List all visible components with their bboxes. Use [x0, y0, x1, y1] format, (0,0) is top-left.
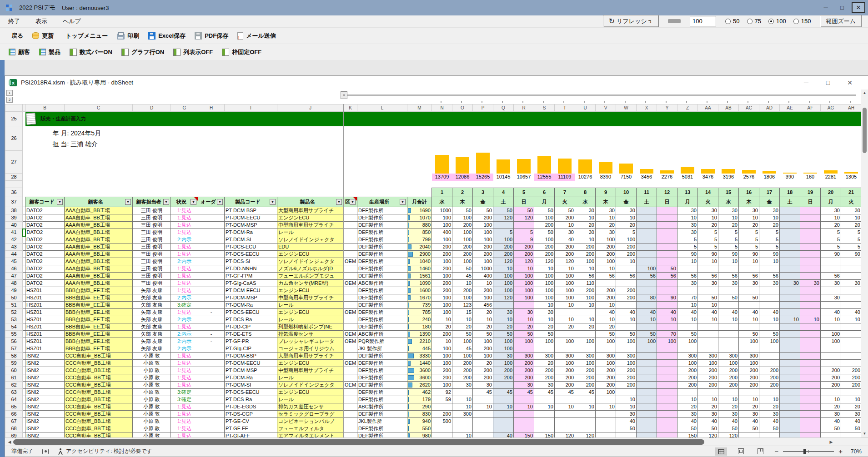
kind-cell[interactable]: OEM: [344, 360, 357, 367]
column-letter[interactable]: H: [198, 104, 225, 112]
day-qty-cell[interactable]: 10: [575, 403, 596, 411]
day-qty-cell[interactable]: 200: [677, 374, 698, 382]
day-qty-cell[interactable]: 5: [677, 236, 698, 243]
customer-code-cell[interactable]: HSZ01: [25, 338, 65, 345]
day-qty-cell[interactable]: 10: [452, 432, 473, 438]
column-letter[interactable]: S: [534, 104, 555, 112]
day-qty-cell[interactable]: [698, 389, 718, 396]
day-qty-cell[interactable]: 100: [473, 338, 493, 345]
day-qty-cell[interactable]: 200: [493, 367, 514, 374]
row-number[interactable]: 59: [5, 360, 23, 367]
day-qty-cell[interactable]: 20: [473, 309, 493, 316]
day-qty-cell[interactable]: 200: [473, 367, 493, 374]
customer-name-cell[interactable]: BBB自動車_EE工場: [65, 345, 133, 353]
day-qty-cell[interactable]: [534, 411, 555, 418]
day-qty-cell[interactable]: 10: [534, 316, 555, 323]
day-qty-cell[interactable]: [841, 389, 861, 396]
product-code-cell[interactable]: PT-DCM-EECU: [225, 287, 277, 294]
day-qty-cell[interactable]: 10: [841, 396, 861, 403]
day-qty-cell[interactable]: 30: [493, 309, 514, 316]
day-qty-cell[interactable]: [596, 396, 616, 403]
day-qty-cell[interactable]: 200: [841, 374, 861, 382]
day-qty-cell[interactable]: 200: [575, 374, 596, 382]
product-name-cell[interactable]: ソレノイドインジェクタ: [277, 382, 344, 389]
order-cell[interactable]: [198, 316, 225, 323]
row-number[interactable]: 55: [5, 331, 23, 338]
day-qty-cell[interactable]: 10: [473, 280, 493, 287]
kind-cell[interactable]: [344, 222, 357, 229]
column-header-4[interactable]: 状況▼: [171, 197, 198, 207]
day-qty-cell[interactable]: 100: [432, 382, 452, 389]
day-qty-cell[interactable]: [677, 389, 698, 396]
outline-level-2-button[interactable]: 2: [6, 97, 13, 103]
day-qty-cell[interactable]: 10: [841, 214, 861, 222]
day-qty-cell[interactable]: 200: [432, 251, 452, 258]
order-cell[interactable]: [198, 229, 225, 236]
day-qty-cell[interactable]: 200: [698, 367, 718, 374]
day-qty-cell[interactable]: 200: [493, 374, 514, 382]
month-total-cell[interactable]: 240: [407, 316, 432, 323]
order-cell[interactable]: [198, 294, 225, 302]
day-qty-cell[interactable]: [739, 265, 759, 273]
day-qty-cell[interactable]: 50: [473, 207, 493, 214]
day-qty-cell[interactable]: 50: [739, 294, 759, 302]
day-qty-cell[interactable]: 45: [493, 389, 514, 396]
day-qty-cell[interactable]: 40: [677, 309, 698, 316]
customer-name-cell[interactable]: CCC自動車_BB工場: [65, 396, 133, 403]
product-name-cell[interactable]: 大型商用車用サプライチ: [277, 353, 344, 360]
page-layout-view-button[interactable]: [735, 447, 747, 456]
day-qty-cell[interactable]: [800, 258, 821, 265]
kind-cell[interactable]: [344, 432, 357, 438]
day-qty-cell[interactable]: 200: [432, 280, 452, 287]
day-qty-cell[interactable]: [637, 360, 657, 367]
product-name-cell[interactable]: エンジンECU: [277, 287, 344, 294]
day-qty-cell[interactable]: [637, 418, 657, 425]
day-qty-cell[interactable]: [657, 280, 677, 287]
day-qty-cell[interactable]: 56: [718, 273, 739, 280]
product-name-cell[interactable]: プレッシャレギュレータ: [277, 338, 344, 345]
day-qty-cell[interactable]: [555, 418, 575, 425]
day-qty-cell[interactable]: 20: [677, 403, 698, 411]
day-qty-cell[interactable]: 10: [493, 265, 514, 273]
day-qty-cell[interactable]: 200: [841, 382, 861, 389]
customer-name-cell[interactable]: CCC自動車_BB工場: [65, 367, 133, 374]
row-number[interactable]: 52: [5, 309, 23, 316]
customer-code-cell[interactable]: DATO2: [25, 243, 65, 251]
customer-code-cell[interactable]: HSZ01: [25, 287, 65, 294]
day-qty-cell[interactable]: [780, 374, 800, 382]
product-code-cell[interactable]: PT-DCM-BSP: [225, 353, 277, 360]
row-number[interactable]: 64: [5, 396, 23, 403]
day-qty-cell[interactable]: [800, 396, 821, 403]
filter-dropdown-icon[interactable]: ▼: [400, 199, 406, 205]
day-qty-cell[interactable]: 100: [493, 345, 514, 353]
chart-bar-cell[interactable]: [534, 151, 555, 174]
product-code-cell[interactable]: PT-GF-FPM: [225, 273, 277, 280]
day-qty-cell[interactable]: 30: [596, 229, 616, 236]
day-qty-cell[interactable]: 200: [718, 367, 739, 374]
day-qty-cell[interactable]: 50: [555, 207, 575, 214]
column-letter[interactable]: K: [344, 104, 357, 112]
day-qty-cell[interactable]: [596, 345, 616, 353]
column-letter[interactable]: AB: [718, 104, 739, 112]
day-qty-cell[interactable]: 10: [698, 396, 718, 403]
day-qty-cell[interactable]: 200: [759, 367, 780, 374]
day-qty-cell[interactable]: 10: [698, 214, 718, 222]
order-cell[interactable]: [198, 251, 225, 258]
refresh-button[interactable]: ↻ リフレッシュ: [603, 15, 659, 27]
day-qty-cell[interactable]: 5: [821, 229, 841, 236]
status-cell[interactable]: 1:見込: [171, 425, 198, 432]
day-qty-cell[interactable]: 10: [698, 302, 718, 309]
day-qty-cell[interactable]: 5: [759, 243, 780, 251]
day-qty-cell[interactable]: 100: [493, 360, 514, 367]
vertical-scroll-thumb[interactable]: [863, 108, 867, 153]
day-qty-cell[interactable]: 50: [677, 425, 698, 432]
month-total-cell[interactable]: 1440: [407, 360, 432, 367]
day-qty-cell[interactable]: [698, 265, 718, 273]
product-name-cell[interactable]: 排気温度センサ: [277, 331, 344, 338]
customer-code-cell[interactable]: ISNI2: [25, 382, 65, 389]
kind-cell[interactable]: [344, 316, 357, 323]
weekday-header[interactable]: 土: [637, 197, 657, 207]
day-qty-cell[interactable]: 45: [534, 389, 555, 396]
day-qty-cell[interactable]: 300: [534, 353, 555, 360]
day-qty-cell[interactable]: [739, 389, 759, 396]
